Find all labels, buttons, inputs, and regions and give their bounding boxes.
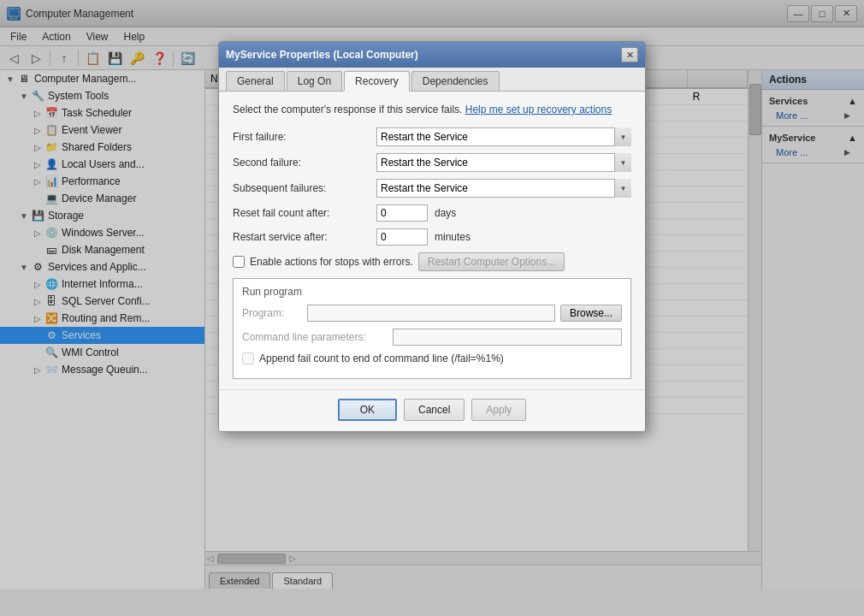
ok-button[interactable]: OK [338,399,397,421]
second-failure-select-wrapper: Take No Action Restart the Service Run a… [376,153,631,172]
dialog-info-text: Select the computer's response if this s… [233,102,631,117]
second-failure-label: Second failure: [233,157,370,169]
modal-overlay: MyService Properties (Local Computer) ✕ … [0,0,864,616]
reset-fail-count-row: Reset fail count after: days [233,204,631,222]
append-fail-count-row: Append fail count to end of command line… [242,352,622,364]
enable-actions-row: Enable actions for stops with errors. Re… [233,252,631,271]
append-fail-checkbox[interactable] [242,352,254,364]
run-program-title: Run program [242,286,622,298]
reset-fail-count-unit: days [435,207,456,219]
browse-button[interactable]: Browse... [560,305,622,322]
dialog-title: MyService Properties (Local Computer) [226,49,418,61]
reset-fail-count-input[interactable] [376,204,428,222]
subsequent-failures-label: Subsequent failures: [233,182,370,194]
tab-general[interactable]: General [226,71,285,91]
dialog-body: Select the computer's response if this s… [219,92,645,389]
first-failure-select-wrapper: Take No Action Restart the Service Run a… [376,127,631,146]
first-failure-select[interactable]: Take No Action Restart the Service Run a… [376,127,631,146]
subsequent-failures-row: Subsequent failures: Take No Action Rest… [233,179,631,198]
restart-computer-options-button[interactable]: Restart Computer Options... [418,252,565,271]
subsequent-failures-select[interactable]: Take No Action Restart the Service Run a… [376,179,631,198]
cmdline-row: Command line parameters: [242,329,622,346]
restart-service-unit: minutes [435,231,470,243]
enable-actions-checkbox[interactable] [233,256,245,268]
run-program-section: Run program Program: Browse... Command l… [233,278,631,379]
tab-logon[interactable]: Log On [287,71,342,91]
tab-recovery[interactable]: Recovery [344,71,410,92]
subsequent-failures-select-wrapper: Take No Action Restart the Service Run a… [376,179,631,198]
properties-dialog: MyService Properties (Local Computer) ✕ … [218,41,646,432]
enable-actions-label[interactable]: Enable actions for stops with errors. [250,256,413,268]
dialog-tab-bar: General Log On Recovery Dependencies [219,68,645,92]
second-failure-select[interactable]: Take No Action Restart the Service Run a… [376,153,631,172]
dialog-titlebar: MyService Properties (Local Computer) ✕ [219,42,645,68]
program-label: Program: [242,307,302,319]
reset-fail-count-label: Reset fail count after: [233,207,370,219]
recovery-help-link[interactable]: Help me set up recovery actions [465,104,612,116]
program-row: Program: Browse... [242,305,622,322]
first-failure-label: First failure: [233,131,370,143]
cancel-button[interactable]: Cancel [404,399,465,421]
second-failure-row: Second failure: Take No Action Restart t… [233,153,631,172]
restart-service-label: Restart service after: [233,231,370,243]
append-fail-label[interactable]: Append fail count to end of command line… [259,352,504,364]
dialog-close-button[interactable]: ✕ [621,47,638,62]
tab-dependencies[interactable]: Dependencies [411,71,500,91]
info-static-text: Select the computer's response if this s… [233,104,465,116]
cmdline-input[interactable] [393,329,622,346]
restart-service-row: Restart service after: minutes [233,228,631,246]
dialog-buttons: OK Cancel Apply [219,389,645,431]
restart-service-input[interactable] [376,228,428,246]
first-failure-row: First failure: Take No Action Restart th… [233,127,631,146]
apply-button[interactable]: Apply [471,399,526,421]
program-input[interactable] [307,305,555,322]
cmdline-label: Command line parameters: [242,331,388,343]
